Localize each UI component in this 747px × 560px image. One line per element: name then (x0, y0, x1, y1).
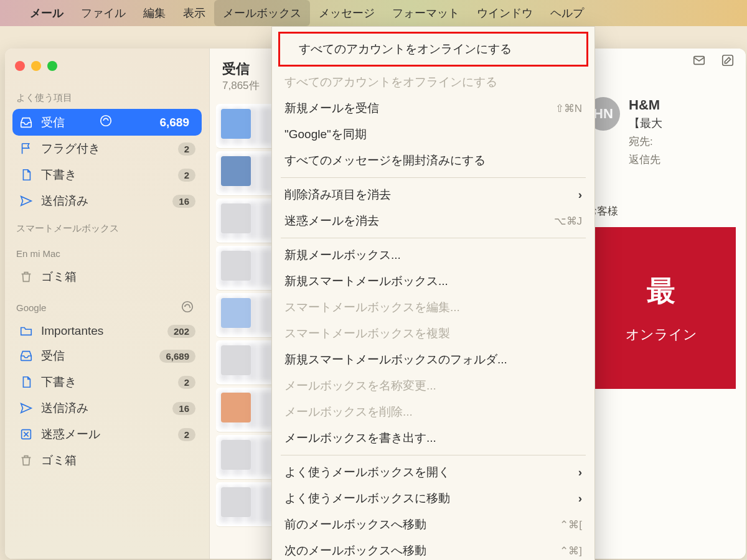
chevron-right-icon: › (578, 492, 582, 505)
send-icon (19, 401, 34, 415)
sidebar-item-label: 迷惑メール (41, 426, 100, 442)
menu-item[interactable]: よく使うメールボックスを開く› (272, 459, 594, 485)
menu-item[interactable]: 前のメールボックスへ移動⌃⌘[ (272, 511, 594, 538)
account-item[interactable]: 送信済み16 (12, 395, 202, 421)
folder-icon (19, 324, 34, 338)
flag-icon (19, 142, 34, 156)
favorites-item[interactable]: 下書き2 (12, 162, 202, 188)
close-icon[interactable] (15, 61, 25, 71)
account-header[interactable]: Google (16, 300, 198, 315)
account-item[interactable]: 受信6,689 (12, 343, 202, 369)
envelope-icon[interactable] (692, 54, 706, 70)
highlighted-menu-item[interactable]: すべてのアカウントをオンラインにする (278, 32, 588, 67)
send-icon (19, 194, 34, 208)
menu-item[interactable]: 新規スマートメールボックス... (272, 268, 594, 294)
to-label: 宛先: (629, 134, 662, 149)
menu-item[interactable]: 新規メールを受信⇧⌘N (272, 95, 594, 121)
menu-item-label: すべてのアカウントをオフラインにする (284, 74, 497, 90)
promo-banner: 最 オンライン (586, 227, 736, 389)
favorites-item[interactable]: フラグ付き2 (12, 136, 202, 162)
zoom-icon[interactable] (47, 61, 57, 71)
chevron-right-icon: › (578, 465, 582, 479)
doc-icon (19, 168, 34, 182)
menu-item[interactable]: メールボックスを書き出す... (272, 425, 594, 451)
menu-item-label: 新規スマートメールボックスのフォルダ... (284, 352, 507, 368)
favorites-item[interactable]: 送信済み16 (12, 188, 202, 214)
menu-window[interactable]: ウインドウ (468, 0, 542, 26)
item-count-badge: 2 (178, 142, 195, 156)
account-label: Google (16, 302, 46, 313)
item-count-badge: 2 (178, 169, 195, 182)
menu-item-label: スマートメールボックスを編集... (284, 299, 460, 315)
sidebar-item-label: 受信 (41, 114, 65, 131)
local-item[interactable]: ゴミ箱 (12, 264, 202, 290)
favorites-item[interactable]: 受信6,689 (12, 109, 202, 136)
menu-item-label: スマートメールボックスを複製 (284, 325, 450, 342)
sync-status-icon (181, 300, 194, 315)
menu-shortcut: ⇧⌘N (555, 102, 582, 115)
menu-item[interactable]: すべてのアカウントをオンラインにする (286, 36, 580, 62)
menu-message[interactable]: メッセージ (310, 0, 383, 26)
item-count-badge: 202 (167, 325, 195, 338)
sender-name: H&M (629, 97, 662, 113)
menu-item-label: よく使うメールボックスに移動 (284, 490, 450, 506)
junk-icon (19, 427, 34, 441)
item-count-badge: 6,689 (153, 114, 195, 131)
menu-item-label: メールボックスを名称変更... (284, 378, 436, 394)
local-header: En mi Mac (16, 248, 198, 259)
menu-format[interactable]: フォーマット (383, 0, 468, 26)
menu-item: メールボックスを削除... (272, 399, 594, 425)
menu-item-label: 新規スマートメールボックス... (284, 273, 448, 289)
favorites-header: よく使う項目 (16, 92, 198, 104)
svg-point-1 (182, 302, 193, 312)
menu-mailbox[interactable]: メールボックス (214, 0, 310, 26)
item-count-badge: 16 (172, 195, 195, 208)
menu-item[interactable]: よく使うメールボックスに移動› (272, 485, 594, 511)
menu-item[interactable]: 新規スマートメールボックスのフォルダ... (272, 347, 594, 373)
item-count-badge: 2 (178, 428, 195, 441)
menu-item[interactable]: 迷惑メールを消去⌥⌘J (272, 208, 594, 234)
menu-item[interactable]: 新規メールボックス... (272, 242, 594, 268)
sidebar-item-label: 受信 (41, 348, 65, 364)
doc-icon (19, 375, 34, 389)
inbox-icon (19, 116, 34, 129)
sidebar-item-label: 送信済み (41, 400, 88, 416)
menu-item: すべてのアカウントをオフラインにする (272, 69, 594, 95)
mailbox-menu-dropdown: すべてのアカウントをオンラインにするすべてのアカウントをオフラインにする新規メー… (271, 26, 595, 560)
menu-item[interactable]: "Google"を同期 (272, 121, 594, 147)
compose-icon[interactable] (721, 54, 735, 70)
menu-item-label: よく使うメールボックスを開く (284, 464, 450, 480)
menu-shortcut: ⌥⌘J (554, 215, 583, 228)
menu-edit[interactable]: 編集 (134, 0, 174, 26)
sidebar-item-label: 下書き (41, 167, 77, 183)
menu-app[interactable]: メール (21, 0, 72, 26)
menu-item-label: すべてのメッセージを開封済みにする (284, 152, 486, 169)
menu-separator (281, 177, 586, 178)
menu-item-label: 削除済み項目を消去 (284, 187, 391, 203)
account-item[interactable]: 迷惑メール2 (12, 421, 202, 447)
trash-icon (19, 270, 34, 284)
account-item[interactable]: Importantes202 (12, 319, 202, 343)
menu-item-label: 次のメールボックスへ移動 (284, 543, 426, 559)
sidebar-item-label: Importantes (41, 324, 103, 338)
menu-item: スマートメールボックスを複製 (272, 320, 594, 347)
menu-item[interactable]: すべてのメッセージを開封済みにする (272, 147, 594, 174)
menu-shortcut: ⌃⌘] (560, 544, 582, 558)
menu-item-label: メールボックスを書き出す... (284, 430, 436, 446)
preview-pane: HN H&M 【最大 宛先: 返信先 お客様 最 オンライン (576, 49, 746, 559)
account-item[interactable]: ゴミ箱 (12, 447, 202, 474)
message-subject: 【最大 (629, 116, 662, 131)
svg-point-0 (101, 116, 111, 126)
menu-help[interactable]: ヘルプ (542, 0, 593, 26)
chevron-right-icon: › (578, 188, 582, 202)
menu-file[interactable]: ファイル (72, 0, 134, 26)
menu-item[interactable]: 次のメールボックスへ移動⌃⌘] (272, 538, 594, 560)
sidebar-item-label: ゴミ箱 (41, 269, 77, 285)
menu-shortcut: ⌃⌘[ (560, 518, 582, 531)
trash-icon (19, 454, 34, 467)
account-item[interactable]: 下書き2 (12, 369, 202, 395)
minimize-icon[interactable] (31, 61, 41, 71)
greeting: お客様 (586, 204, 736, 218)
menu-view[interactable]: 表示 (174, 0, 214, 26)
menu-item[interactable]: 削除済み項目を消去› (272, 182, 594, 208)
